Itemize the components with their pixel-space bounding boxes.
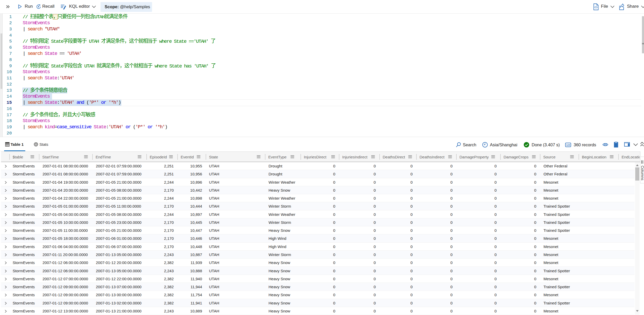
svg-text:123: 123	[566, 144, 570, 146]
